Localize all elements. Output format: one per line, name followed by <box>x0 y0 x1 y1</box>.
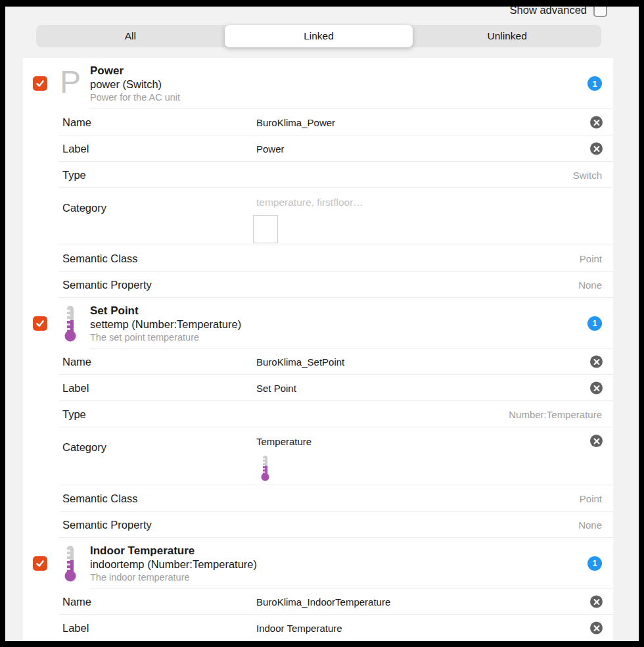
field-label: Type <box>62 408 86 421</box>
field-row-semantic-class[interactable]: Semantic Class Point <box>23 245 613 272</box>
linked-count-badge[interactable]: 1 <box>587 556 602 571</box>
field-label: Category <box>62 441 106 454</box>
channel-icon-slot: P <box>57 69 84 98</box>
channel-subtitle: power (Switch) <box>90 78 587 91</box>
field-label: Name <box>62 596 91 608</box>
field-label: Semantic Class <box>62 252 138 265</box>
tab-linked[interactable]: Linked <box>225 25 413 47</box>
channel-header-indoortemp: Indoor Temperature indoortemp (Number:Te… <box>23 538 613 588</box>
field-label: Semantic Property <box>62 279 152 291</box>
page-background: Show advanced All Linked Unlinked P Powe… <box>5 7 639 641</box>
tab-all[interactable]: All <box>36 25 225 47</box>
clear-value-button[interactable] <box>590 356 603 368</box>
field-label: Semantic Class <box>62 492 138 505</box>
channel-text: Set Point settemp (Number:Temperature) T… <box>90 304 587 343</box>
filter-tabs: All Linked Unlinked <box>36 25 601 47</box>
field-label: Semantic Property <box>62 519 152 531</box>
category-icon-preview <box>253 215 278 243</box>
field-row-label: Label Power <box>23 135 613 162</box>
clear-icon <box>593 625 600 631</box>
channel-description: Power for the AC unit <box>90 91 587 103</box>
field-row-semantic-property[interactable]: Semantic Property None <box>23 512 613 538</box>
field-row-name: Name BuroKlima_SetPoint <box>23 348 613 375</box>
channel-text: Power power (Switch) Power for the AC un… <box>90 64 587 103</box>
thermometer-icon <box>62 545 78 582</box>
clear-icon <box>593 385 600 391</box>
label-input[interactable]: Set Point <box>256 383 296 394</box>
channel-icon-slot <box>57 545 84 582</box>
thermometer-icon <box>62 305 78 342</box>
name-input[interactable]: BuroKlima_IndoorTemperature <box>256 596 390 608</box>
clear-icon <box>593 438 600 444</box>
field-label: Type <box>62 169 86 181</box>
linked-count-badge[interactable]: 1 <box>587 76 602 91</box>
linked-count-badge[interactable]: 1 <box>587 316 602 331</box>
field-label: Label <box>62 143 89 155</box>
category-input[interactable]: Temperature <box>256 436 311 447</box>
field-label: Name <box>62 356 91 368</box>
channel-subtitle: indoortemp (Number:Temperature) <box>90 558 587 571</box>
channel-header-setpoint: Set Point settemp (Number:Temperature) T… <box>23 298 613 348</box>
field-label: Name <box>62 116 91 129</box>
check-icon <box>35 319 45 328</box>
field-row-type: Type Switch <box>23 162 613 188</box>
show-advanced-checkbox[interactable] <box>593 7 607 17</box>
semantic-property-value: None <box>578 279 602 291</box>
field-row-name: Name BuroKlima_Power <box>23 109 613 135</box>
channel-subtitle: settemp (Number:Temperature) <box>90 318 587 331</box>
channel-title: Indoor Temperature <box>90 544 587 558</box>
field-row-category: Category temperature, firstfloor… <box>23 188 613 245</box>
show-advanced-row: Show advanced <box>510 7 607 20</box>
clear-value-button[interactable] <box>590 596 603 608</box>
field-row-name: Name BuroKlima_IndoorTemperature <box>23 588 613 615</box>
field-label: Category <box>62 202 106 214</box>
tab-unlinked[interactable]: Unlinked <box>413 25 601 47</box>
channel-description: The set point temperature <box>90 331 587 343</box>
clear-value-button[interactable] <box>590 382 603 395</box>
name-input[interactable]: BuroKlima_SetPoint <box>256 356 344 368</box>
clear-icon <box>593 598 600 605</box>
field-label: Label <box>62 382 89 395</box>
channel-title: Set Point <box>90 304 587 318</box>
channel-checkbox[interactable] <box>33 76 47 91</box>
field-row-label: Label Set Point <box>23 375 613 401</box>
semantic-class-value: Point <box>580 493 602 504</box>
clear-value-button[interactable] <box>590 435 603 447</box>
channel-text: Indoor Temperature indoortemp (Number:Te… <box>90 544 587 583</box>
field-row-semantic-class[interactable]: Semantic Class Point <box>23 485 613 512</box>
channel-checkbox[interactable] <box>33 316 47 331</box>
clear-value-button[interactable] <box>590 143 603 155</box>
name-input[interactable]: BuroKlima_Power <box>256 117 335 128</box>
field-row-semantic-property[interactable]: Semantic Property None <box>23 272 613 298</box>
field-row-type: Type Number:Temperature <box>23 401 613 427</box>
category-input[interactable]: temperature, firstfloor… <box>256 197 363 208</box>
category-icon-preview <box>260 455 271 481</box>
field-row-label: Label Indoor Temperature <box>23 615 613 641</box>
label-input[interactable]: Power <box>256 143 285 155</box>
field-label: Label <box>62 622 89 635</box>
channel-checkbox[interactable] <box>33 556 47 571</box>
clear-icon <box>593 119 600 126</box>
clear-value-button[interactable] <box>590 116 603 129</box>
check-icon <box>35 559 45 568</box>
clear-value-button[interactable] <box>590 622 603 635</box>
letter-p-icon: P <box>60 66 81 98</box>
type-value: Switch <box>573 170 602 181</box>
type-value: Number:Temperature <box>509 409 602 420</box>
channel-title: Power <box>90 64 587 78</box>
channel-icon-slot <box>57 305 84 342</box>
thermometer-icon <box>260 455 271 481</box>
check-icon <box>35 79 45 88</box>
channel-description: The indoor temperature <box>90 571 587 583</box>
semantic-property-value: None <box>578 519 602 531</box>
channel-header-power: P Power power (Switch) Power for the AC … <box>23 58 613 109</box>
clear-icon <box>593 145 600 152</box>
label-input[interactable]: Indoor Temperature <box>256 623 342 634</box>
channels-card: P Power power (Switch) Power for the AC … <box>23 58 613 641</box>
show-advanced-label: Show advanced <box>510 7 587 16</box>
semantic-class-value: Point <box>580 253 602 264</box>
field-row-category: Category Temperature <box>23 427 613 485</box>
clear-icon <box>593 358 600 365</box>
